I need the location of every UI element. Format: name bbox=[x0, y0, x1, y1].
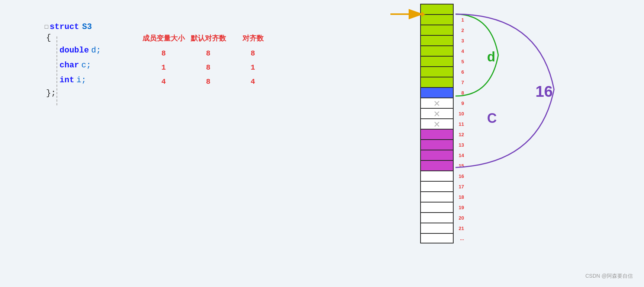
cell-label-19: 19 bbox=[459, 205, 464, 210]
memory-cell-10: ✕ 10 bbox=[420, 108, 454, 118]
open-brace: { bbox=[46, 33, 51, 42]
int-var: i; bbox=[77, 76, 86, 85]
cell-label-11: 11 bbox=[459, 121, 464, 127]
cell-label-9: 9 bbox=[461, 101, 464, 106]
char-keyword: char bbox=[59, 61, 79, 70]
double-size: 8 bbox=[141, 49, 186, 58]
double-keyword: double bbox=[59, 46, 89, 55]
minus-icon: □ bbox=[45, 24, 48, 31]
x-mark-11: ✕ bbox=[434, 118, 440, 130]
cell-label-dots: ... bbox=[460, 236, 464, 241]
row-char: 1 8 1 bbox=[141, 60, 275, 74]
memory-cell-20: 20 bbox=[420, 212, 454, 223]
memory-diagram: 1 2 3 4 5 6 7 8 ✕ 9 ✕ 10 ✕ 11 12 13 14 1… bbox=[420, 4, 454, 243]
int-actual-align: 4 bbox=[231, 77, 275, 86]
row-int: 4 8 4 bbox=[141, 74, 275, 89]
int-default-align: 8 bbox=[186, 77, 231, 86]
memory-cell-6: 6 bbox=[420, 66, 454, 77]
char-size: 1 bbox=[141, 63, 186, 72]
close-brace: }; bbox=[46, 89, 56, 98]
memory-cell-8: 8 bbox=[420, 87, 454, 98]
watermark: CSDN @阿森要自信 bbox=[585, 273, 633, 280]
memory-cell-2: 2 bbox=[420, 25, 454, 35]
memory-cell-14: 14 bbox=[420, 150, 454, 160]
double-var: d; bbox=[91, 46, 101, 55]
code-block: □ struct S3 { double d; char c; int i; }… bbox=[45, 22, 101, 98]
struct-keyword: struct bbox=[50, 22, 79, 32]
memory-cell-7: 7 bbox=[420, 77, 454, 87]
memory-cell-21: 21 bbox=[420, 223, 454, 233]
cell-label-4: 4 bbox=[461, 48, 464, 54]
cell-label-17: 17 bbox=[459, 184, 464, 189]
memory-cell-13: 13 bbox=[420, 139, 454, 150]
cell-label-15: 15 bbox=[459, 163, 464, 169]
int-size: 4 bbox=[141, 77, 186, 86]
svg-text:d: d bbox=[487, 49, 495, 64]
cell-label-16: 16 bbox=[459, 173, 464, 179]
memory-cell-3: 3 bbox=[420, 35, 454, 45]
svg-text:16: 16 bbox=[535, 83, 553, 100]
cell-label-5: 5 bbox=[461, 59, 464, 64]
memory-cell-19: 19 bbox=[420, 202, 454, 212]
cell-label-21: 21 bbox=[459, 226, 464, 231]
memory-ladder: 1 2 3 4 5 6 7 8 ✕ 9 ✕ 10 ✕ 11 12 13 14 1… bbox=[420, 4, 454, 243]
char-default-align: 8 bbox=[186, 63, 231, 72]
cell-label-7: 7 bbox=[461, 80, 464, 85]
int-keyword: int bbox=[59, 76, 74, 85]
cell-label-14: 14 bbox=[459, 153, 464, 158]
cell-label-3: 3 bbox=[461, 38, 464, 44]
header-size: 成员变量大小 bbox=[141, 34, 186, 43]
memory-cell-1: 1 bbox=[420, 14, 454, 25]
header-align: 对齐数 bbox=[231, 34, 275, 43]
cell-label-10: 10 bbox=[459, 111, 464, 117]
memory-cell-4: 4 bbox=[420, 45, 454, 56]
memory-cell-17: 17 bbox=[420, 181, 454, 191]
cell-label-2: 2 bbox=[461, 28, 464, 33]
cell-label-18: 18 bbox=[459, 194, 464, 200]
memory-cell-12: 12 bbox=[420, 129, 454, 139]
alignment-table: 成员变量大小 默认对齐数 对齐数 8 8 8 1 8 1 4 8 4 bbox=[141, 34, 275, 89]
memory-cell-0 bbox=[420, 4, 454, 14]
cell-label-1: 1 bbox=[461, 17, 464, 23]
cell-label-8: 8 bbox=[461, 90, 464, 96]
memory-cell-dots: ... bbox=[420, 233, 454, 243]
memory-cell-18: 18 bbox=[420, 191, 454, 202]
double-default-align: 8 bbox=[186, 49, 231, 58]
char-actual-align: 1 bbox=[231, 63, 275, 72]
memory-cell-9: ✕ 9 bbox=[420, 98, 454, 108]
memory-cell-15: 15 bbox=[420, 160, 454, 170]
cell-label-13: 13 bbox=[459, 142, 464, 148]
cell-label-6: 6 bbox=[461, 69, 464, 75]
row-double: 8 8 8 bbox=[141, 46, 275, 60]
header-default-align: 默认对齐数 bbox=[186, 34, 231, 43]
cell-label-20: 20 bbox=[459, 215, 464, 221]
svg-text:C: C bbox=[487, 111, 497, 126]
char-var: c; bbox=[81, 61, 91, 70]
struct-vline bbox=[57, 36, 57, 105]
memory-cell-11: ✕ 11 bbox=[420, 118, 454, 129]
struct-name: S3 bbox=[82, 22, 92, 32]
memory-cell-16: 16 bbox=[420, 170, 454, 181]
double-actual-align: 8 bbox=[231, 49, 275, 58]
cell-label-12: 12 bbox=[459, 132, 464, 137]
memory-cell-5: 5 bbox=[420, 56, 454, 66]
